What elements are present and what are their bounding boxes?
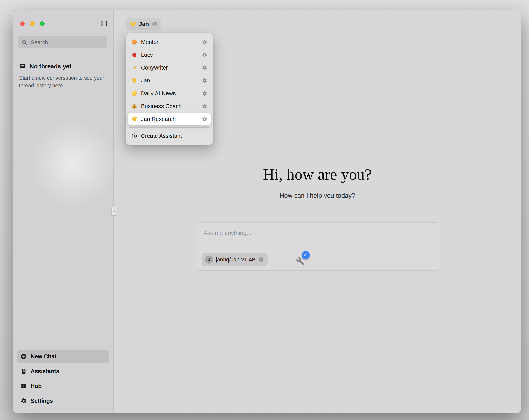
- assistant-menu-item-label: Business Coach: [141, 103, 198, 109]
- wave-icon: [131, 116, 137, 122]
- assistant-menu-item-label: Daily AI News: [141, 90, 198, 97]
- gear-icon[interactable]: [202, 116, 207, 122]
- sidebar-item-new-chat[interactable]: New Chat: [17, 350, 109, 363]
- greeting-title: Hi, how are you?: [114, 166, 521, 183]
- create-assistant-button[interactable]: Create Assistant: [128, 130, 211, 142]
- sidebar-item-hub[interactable]: Hub: [17, 379, 109, 393]
- assistant-menu-item-lucy[interactable]: Lucy: [128, 48, 211, 61]
- app-window: No threads yet Start a new conversation …: [13, 10, 521, 413]
- minimize-button[interactable]: [30, 21, 35, 26]
- gear-icon[interactable]: [202, 78, 207, 83]
- assistant-menu-item-jan-research[interactable]: Jan Research: [128, 113, 211, 125]
- greeting: Hi, how are you? How can I help you toda…: [114, 166, 521, 199]
- gear-icon[interactable]: [202, 39, 207, 45]
- apple-icon: [131, 52, 137, 58]
- plus-circle-icon: [21, 353, 27, 360]
- chat-input[interactable]: [203, 229, 432, 243]
- greeting-subtitle: How can I help you today?: [114, 192, 521, 199]
- money-bag-icon: $: [131, 103, 137, 109]
- gear-icon[interactable]: [258, 257, 264, 262]
- zoom-button[interactable]: [40, 21, 44, 26]
- gear-icon[interactable]: [152, 21, 158, 27]
- assistant-menu-item-copywriter[interactable]: Copywriter: [128, 61, 211, 74]
- model-avatar: J: [205, 256, 213, 264]
- settings-icon: [21, 398, 27, 404]
- gear-icon[interactable]: [202, 103, 207, 109]
- assistant-menu-item-label: Copywriter: [141, 65, 198, 71]
- model-name: janhq/Jan-v1-4B: [216, 257, 256, 263]
- sidebar-item-settings[interactable]: Settings: [17, 394, 109, 407]
- close-button[interactable]: [20, 21, 25, 26]
- orange-circle-icon: [131, 39, 137, 45]
- wave-icon: [130, 21, 136, 27]
- plus-circle-outline-icon: [131, 133, 137, 139]
- sidebar: No threads yet Start a new conversation …: [13, 10, 114, 413]
- empty-state-description: Start a new conversation to see your thr…: [19, 74, 105, 89]
- sidebar-item-label: New Chat: [31, 353, 56, 360]
- assistant-menu-item-mentor[interactable]: Mentor: [128, 36, 211, 48]
- gear-icon[interactable]: [202, 91, 207, 96]
- sidebar-toggle-icon[interactable]: [100, 20, 107, 27]
- chat-bubble-icon: [19, 63, 26, 70]
- assistant-dropdown-menu: Mentor Lucy Copywriter Jan Daily AI News: [126, 33, 213, 145]
- sidebar-item-label: Settings: [31, 398, 53, 404]
- assistants-icon: [21, 368, 27, 374]
- assistant-menu-item-label: Lucy: [141, 52, 198, 58]
- assistant-selector-trigger[interactable]: Jan: [126, 18, 161, 30]
- sidebar-nav: New Chat Assistants Hub Settings: [17, 350, 109, 407]
- sidebar-resize-handle[interactable]: [111, 207, 116, 216]
- menu-separator: [129, 127, 209, 128]
- pencil-icon: [131, 65, 137, 71]
- sidebar-item-label: Assistants: [31, 368, 59, 375]
- gear-icon[interactable]: [202, 65, 207, 71]
- search-bar[interactable]: [18, 36, 107, 48]
- svg-text:$: $: [134, 105, 135, 108]
- current-assistant-name: Jan: [139, 21, 149, 27]
- assistant-menu-item-label: Jan: [141, 77, 198, 84]
- yellow-circle-icon: [131, 90, 137, 96]
- wave-icon: [131, 77, 137, 84]
- traffic-lights: [20, 21, 44, 26]
- empty-state-title: No threads yet: [29, 63, 71, 70]
- main-area: Jan Mentor Lucy Copywriter Jan: [114, 10, 521, 413]
- hub-icon: [21, 383, 27, 389]
- model-selector[interactable]: J janhq/Jan-v1-4B: [202, 253, 268, 266]
- assistant-menu-item-label: Mentor: [141, 39, 198, 45]
- gear-icon[interactable]: [202, 52, 207, 58]
- chat-composer[interactable]: J janhq/Jan-v1-4B 4: [195, 222, 440, 271]
- search-input[interactable]: [30, 39, 104, 46]
- assistant-menu-item-business-coach[interactable]: $ Business Coach: [128, 100, 211, 113]
- threads-empty-state: No threads yet Start a new conversation …: [19, 63, 107, 89]
- sidebar-item-assistants[interactable]: Assistants: [17, 365, 109, 378]
- sidebar-item-label: Hub: [31, 383, 42, 389]
- assistant-menu-item-jan[interactable]: Jan: [128, 74, 211, 87]
- search-icon: [21, 39, 28, 45]
- assistant-menu-item-daily-ai-news[interactable]: Daily AI News: [128, 87, 211, 100]
- create-assistant-label: Create Assistant: [141, 133, 207, 139]
- assistant-menu-item-label: Jan Research: [141, 116, 198, 122]
- tools-count-badge: 4: [302, 251, 310, 259]
